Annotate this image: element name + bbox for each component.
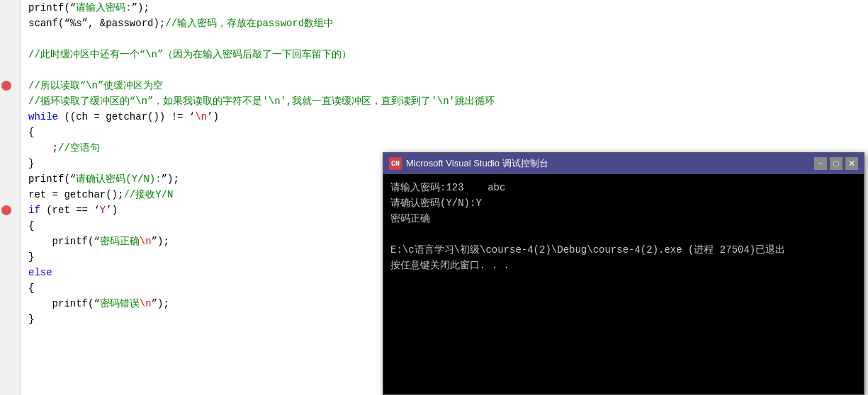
code-line-3 bbox=[28, 31, 861, 47]
line-num-12 bbox=[0, 171, 21, 187]
code-line-9: { bbox=[28, 125, 861, 140]
line-num-19 bbox=[0, 280, 21, 296]
line-num-14-bp bbox=[0, 202, 21, 218]
line-num-6-bp bbox=[0, 78, 21, 93]
close-button[interactable]: ✕ bbox=[845, 157, 858, 170]
line-num-22 bbox=[0, 327, 21, 343]
line-num-10 bbox=[0, 140, 21, 156]
line-num-11 bbox=[0, 156, 21, 171]
line-num-2 bbox=[0, 16, 21, 31]
console-body: 请输入密码:123 abc 请确认密码(Y/N):Y 密码正确 E:\c语言学习… bbox=[383, 174, 864, 394]
code-line-8: while ((ch = getchar()) != ‘\n’) bbox=[28, 109, 861, 125]
console-title: Microsoft Visual Studio 调试控制台 bbox=[406, 157, 810, 170]
line-numbers bbox=[0, 0, 21, 395]
console-controls[interactable]: − □ ✕ bbox=[814, 157, 858, 170]
code-line-2: scanf(“%s”, &password);//输入密码，存放在passwor… bbox=[28, 16, 861, 31]
line-num-4 bbox=[0, 47, 21, 62]
console-line-2: 请确认密码(Y/N):Y bbox=[390, 195, 857, 211]
console-line-6: 按任意键关闭此窗口. . . bbox=[390, 258, 857, 273]
code-line-5 bbox=[28, 62, 861, 78]
maximize-button[interactable]: □ bbox=[830, 157, 842, 170]
line-num-8 bbox=[0, 109, 21, 125]
line-num-24 bbox=[0, 358, 21, 374]
line-num-1 bbox=[0, 0, 21, 16]
code-line-7: //循环读取了缓冲区的“\n”，如果我读取的字符不是'\n',我就一直读缓冲区，… bbox=[28, 93, 861, 109]
console-line-5: E:\c语言学习\初级\course-4(2)\Debug\course-4(2… bbox=[390, 242, 857, 258]
vs-icon: CN bbox=[389, 157, 402, 170]
line-num-25 bbox=[0, 374, 21, 389]
console-line-3: 密码正确 bbox=[390, 211, 857, 227]
line-num-15 bbox=[0, 218, 21, 234]
code-line-6: //所以读取“\n”使缓冲区为空 bbox=[28, 78, 861, 93]
line-num-9 bbox=[0, 125, 21, 140]
console-window: CN Microsoft Visual Studio 调试控制台 − □ ✕ 请… bbox=[383, 152, 864, 395]
console-line-1: 请输入密码:123 abc bbox=[390, 180, 857, 195]
line-num-7 bbox=[0, 93, 21, 109]
line-num-16 bbox=[0, 234, 21, 249]
line-num-18 bbox=[0, 265, 21, 280]
code-line-4: //此时缓冲区中还有一个“\n”（因为在输入密码后敲了一下回车留下的） bbox=[28, 47, 861, 62]
code-line-1: printf(“请输入密码:”); bbox=[28, 0, 861, 16]
console-line-4 bbox=[390, 227, 857, 242]
line-num-13 bbox=[0, 187, 21, 202]
minimize-button[interactable]: − bbox=[814, 157, 827, 170]
line-num-21 bbox=[0, 311, 21, 327]
line-num-20 bbox=[0, 296, 21, 311]
console-titlebar: CN Microsoft Visual Studio 调试控制台 − □ ✕ bbox=[383, 153, 864, 174]
line-num-5 bbox=[0, 62, 21, 78]
line-num-23 bbox=[0, 343, 21, 358]
line-num-17 bbox=[0, 249, 21, 265]
line-num-3 bbox=[0, 31, 21, 47]
